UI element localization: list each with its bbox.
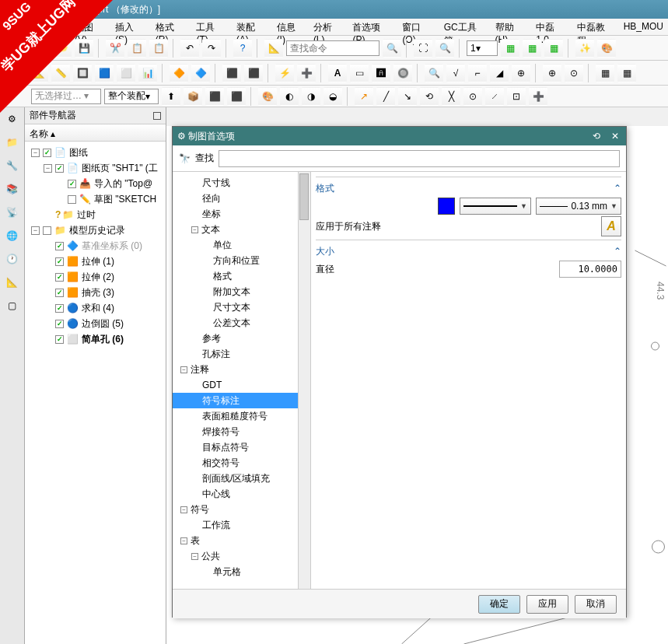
li4-icon[interactable]: 📡 <box>4 204 21 221</box>
t3-6-icon[interactable]: ◐ <box>280 87 299 106</box>
t3-10-icon[interactable]: ╱ <box>376 87 395 106</box>
layer2-icon[interactable]: ▦ <box>523 39 541 58</box>
column-header[interactable]: 名称 ▴ <box>25 124 166 142</box>
ok-button[interactable]: 确定 <box>478 595 520 614</box>
dialog-titlebar[interactable]: ⚙ 制图首选项 ⟲ ✕ <box>173 127 626 145</box>
tree-node[interactable]: ✏️草图 "SKETCH <box>25 191 166 207</box>
t3-7-icon[interactable]: ◑ <box>302 87 320 106</box>
tree-node[interactable]: ?📁过时 <box>25 207 166 222</box>
dialog-tree-node[interactable]: −符号 <box>173 502 310 517</box>
dialog-tree-node[interactable]: 格式 <box>173 268 310 284</box>
t3-15-icon[interactable]: ⟋ <box>485 87 504 106</box>
search-go-icon[interactable]: 🔍 <box>383 39 401 58</box>
t2-19-icon[interactable]: √ <box>446 64 465 82</box>
t3-2-icon[interactable]: 📦 <box>184 87 202 106</box>
apply-button[interactable]: 应用 <box>526 595 568 614</box>
li2-icon[interactable]: 🔧 <box>4 157 21 174</box>
dialog-tree-node[interactable]: 焊接符号 <box>173 424 310 439</box>
li5-icon[interactable]: 🌐 <box>4 227 21 244</box>
layer1-icon[interactable]: ▦ <box>501 39 519 58</box>
section-format[interactable]: 格式⌃ <box>316 180 621 196</box>
t2-9-icon[interactable]: 🔷 <box>191 64 210 82</box>
t2-25-icon[interactable]: ▦ <box>596 64 614 82</box>
dialog-tree-node[interactable]: 方向和位置 <box>173 253 310 268</box>
t2-15-icon[interactable]: ▭ <box>350 64 369 82</box>
t2-22-icon[interactable]: ⊕ <box>512 64 530 82</box>
apply-all-button[interactable]: A <box>601 216 621 236</box>
command-search-input[interactable] <box>286 40 379 56</box>
view-zoom-icon[interactable]: 🔍 <box>435 39 454 58</box>
menu-item[interactable]: 装配(A) <box>232 19 272 35</box>
refresh-icon[interactable]: ⟲ <box>590 131 603 142</box>
view-fit-icon[interactable]: ⛶ <box>414 39 432 58</box>
t2-21-icon[interactable]: ◢ <box>490 64 509 82</box>
text-A2-icon[interactable]: 🅰 <box>372 64 390 82</box>
t3-11-icon[interactable]: ↘ <box>398 87 417 106</box>
dialog-tree-node[interactable]: 尺寸文本 <box>173 299 310 315</box>
dialog-tree-node[interactable]: 相交符号 <box>173 455 310 471</box>
t3-4-icon[interactable]: ⬛ <box>227 87 246 106</box>
help-icon[interactable]: ? <box>233 39 252 58</box>
tree-node[interactable]: 🔷基准坐标系 (0) <box>25 238 166 254</box>
dialog-tree-node[interactable]: 表面粗糙度符号 <box>173 408 310 424</box>
li8-icon[interactable]: ▢ <box>4 297 21 314</box>
dialog-tree[interactable]: 尺寸线径向坐标−文本单位方向和位置格式附加文本尺寸文本公差文本参考孔标注−注释G… <box>173 172 311 589</box>
dialog-tree-node[interactable]: 工作流 <box>173 517 310 533</box>
t3-14-icon[interactable]: ⊙ <box>463 87 482 106</box>
linetype-dropdown[interactable]: ▼ <box>460 198 531 215</box>
t2-5-icon[interactable]: 🟦 <box>95 64 114 82</box>
cmd-icon[interactable]: 📐 <box>264 39 283 58</box>
open-icon[interactable]: 📂 <box>53 39 72 58</box>
t3-13-icon[interactable]: ╳ <box>442 87 460 106</box>
tree-node[interactable]: 🟧抽壳 (3) <box>25 285 166 300</box>
dialog-tree-node[interactable]: −表 <box>173 533 310 548</box>
text-A-icon[interactable]: A <box>328 64 347 82</box>
palette-icon[interactable]: 🎨 <box>597 39 616 58</box>
dialog-tree-node[interactable]: 尺寸线 <box>173 175 310 191</box>
t3-17-icon[interactable]: ➕ <box>529 87 547 106</box>
menu-item[interactable]: 格式(R) <box>151 19 192 35</box>
dialog-tree-node[interactable]: 参考 <box>173 331 310 346</box>
tree-node[interactable]: −📁模型历史记录 <box>25 222 166 238</box>
dialog-tree-node[interactable]: −公共 <box>173 548 310 564</box>
tree-node[interactable]: 🟧拉伸 (2) <box>25 269 166 285</box>
dialog-tree-node[interactable]: −注释 <box>173 362 310 377</box>
dialog-tree-node[interactable]: 中心线 <box>173 486 310 502</box>
t2-18-icon[interactable]: 🔍 <box>425 64 443 82</box>
dialog-tree-node[interactable]: 孔标注 <box>173 346 310 362</box>
dialog-tree-node[interactable]: 坐标 <box>173 206 310 222</box>
tree-node[interactable]: −📄图纸 <box>25 145 166 160</box>
redo-icon[interactable]: ↷ <box>202 39 221 58</box>
tree-node[interactable]: ⬜简单孔 (6) <box>25 331 166 347</box>
copy-icon[interactable]: 📋 <box>128 39 146 58</box>
menu-item[interactable]: HB_MOU <box>619 19 668 35</box>
wand-icon[interactable]: ✨ <box>575 39 594 58</box>
dialog-tree-node[interactable]: GDT <box>173 377 310 393</box>
color-picker[interactable] <box>438 198 455 215</box>
paste-icon[interactable]: 📋 <box>149 39 168 58</box>
t2-23-icon[interactable]: ⊕ <box>543 64 561 82</box>
dialog-tree-node[interactable]: 符号标注 <box>173 393 310 408</box>
t3-16-icon[interactable]: ⊡ <box>507 87 526 106</box>
tree-node[interactable]: 🔵求和 (4) <box>25 300 166 316</box>
tree-node[interactable]: 📥导入的 "Top@ <box>25 176 166 191</box>
close-icon[interactable]: ✕ <box>609 131 621 142</box>
t2-24-icon[interactable]: ⊙ <box>565 64 583 82</box>
t2-8-icon[interactable]: 🔶 <box>170 64 188 82</box>
cancel-button[interactable]: 取消 <box>575 595 617 614</box>
linewidth-dropdown[interactable]: 0.13 mm▼ <box>536 198 621 215</box>
dialog-tree-node[interactable]: 剖面线/区域填充 <box>173 471 310 486</box>
dialog-tree-node[interactable]: 附加文本 <box>173 284 310 299</box>
t3-8-icon[interactable]: ◒ <box>324 87 342 106</box>
menu-item[interactable]: 工具(T) <box>191 19 231 35</box>
dialog-tree-node[interactable]: 公差文本 <box>173 315 310 331</box>
t2-6-icon[interactable]: ⬜ <box>117 64 135 82</box>
menu-item[interactable]: 信息(I) <box>272 19 309 35</box>
menu-item[interactable]: 首选项(P) <box>348 19 397 35</box>
t3-12-icon[interactable]: ⟲ <box>420 87 439 106</box>
li3-icon[interactable]: 📚 <box>4 180 21 198</box>
li7-icon[interactable]: 📐 <box>4 274 21 291</box>
t2-1-icon[interactable]: ✏️ <box>8 64 26 82</box>
menu-item[interactable]: 视图(V) <box>70 19 110 35</box>
t2-4-icon[interactable]: 🔲 <box>73 64 92 82</box>
